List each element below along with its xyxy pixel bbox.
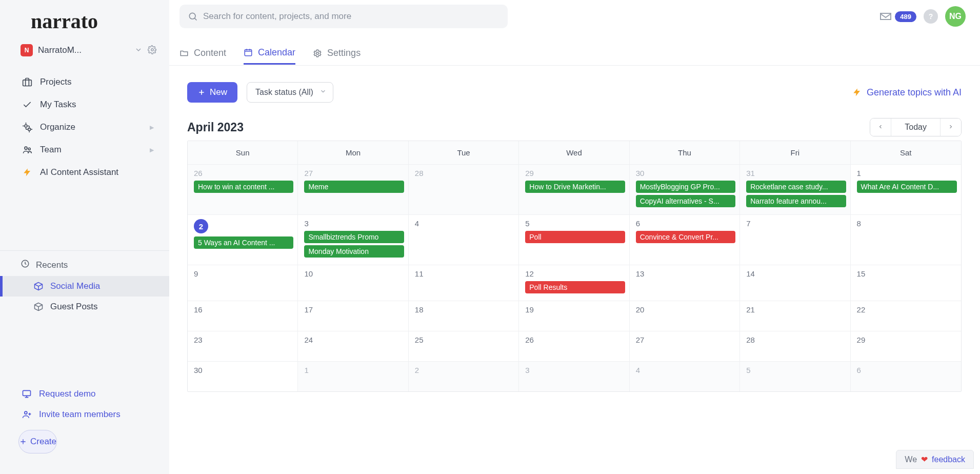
avatar[interactable]: NG [945, 6, 966, 27]
day-cell[interactable]: 28 [409, 165, 519, 214]
day-cell[interactable]: 4 [630, 362, 740, 391]
calendar-event[interactable]: Monday Motivation [304, 245, 404, 258]
dow-header: Tue [409, 141, 519, 164]
calendar-event[interactable]: Convince & Convert Pr... [636, 231, 735, 243]
calendar-event[interactable]: How to Drive Marketin... [525, 181, 625, 193]
notifications[interactable]: 489 [879, 10, 916, 23]
calendar-event[interactable]: How to win at content ... [194, 181, 293, 193]
day-cell[interactable]: 8 [851, 215, 961, 265]
day-cell[interactable]: 19 [519, 301, 629, 331]
month-title: April 2023 [187, 121, 244, 134]
day-cell[interactable]: 28 [740, 331, 850, 361]
gen-label: Generate topics with AI [867, 87, 962, 98]
invite-team-link[interactable]: Invite team members [0, 404, 169, 425]
dow-header: Sun [188, 141, 298, 164]
day-cell[interactable]: 3Smallbiztrends PromoMonday Motivation [298, 215, 408, 265]
day-number: 28 [415, 169, 514, 177]
day-cell[interactable]: 25 [409, 331, 519, 361]
day-number: 29 [857, 335, 957, 344]
tab-content[interactable]: Content [179, 43, 226, 64]
day-cell[interactable]: 6 [851, 362, 961, 391]
chevron-down-icon[interactable] [134, 46, 143, 55]
day-cell[interactable]: 17 [298, 301, 408, 331]
nav-team[interactable]: Team ▶ [0, 139, 169, 161]
day-cell[interactable]: 29 [851, 331, 961, 361]
calendar-event[interactable]: CopyAI alternatives - S... [636, 195, 735, 207]
recent-social-media[interactable]: Social Media [0, 276, 169, 297]
gear-icon[interactable] [148, 45, 157, 56]
calendar-event[interactable]: Poll Results [525, 281, 625, 293]
tab-calendar[interactable]: Calendar [244, 42, 295, 65]
day-cell[interactable]: 4 [409, 215, 519, 265]
day-cell[interactable]: 16 [188, 301, 298, 331]
help-button[interactable]: ? [924, 9, 938, 24]
day-cell[interactable]: 9 [188, 265, 298, 301]
day-cell[interactable]: 30MostlyBlogging GP Pro...CopyAI alterna… [630, 165, 740, 214]
day-cell[interactable]: 15 [851, 265, 961, 301]
day-cell[interactable]: 12Poll Results [519, 265, 629, 301]
new-button[interactable]: New [187, 82, 237, 103]
day-cell[interactable]: 29How to Drive Marketin... [519, 165, 629, 214]
day-number: 25 [415, 335, 514, 344]
search-box[interactable] [179, 5, 508, 28]
day-cell[interactable]: 26How to win at content ... [188, 165, 298, 214]
nav-projects[interactable]: Projects [0, 71, 169, 93]
workspace-selector[interactable]: N NarratoM... [0, 41, 169, 66]
logo: narrato [0, 0, 169, 41]
task-status-select[interactable]: Task status (All) [247, 82, 333, 103]
calendar-event[interactable]: 5 Ways an AI Content ... [194, 236, 293, 249]
day-cell[interactable]: 3 [519, 362, 629, 391]
day-cell[interactable]: 31Rocketlane case study...Narrato featur… [740, 165, 850, 214]
recent-guest-posts[interactable]: Guest Posts [0, 297, 169, 317]
day-cell[interactable]: 21 [740, 301, 850, 331]
nav-my-tasks[interactable]: My Tasks [0, 93, 169, 116]
calendar-event[interactable]: Poll [525, 231, 625, 243]
dow-header: Wed [519, 141, 629, 164]
day-cell[interactable]: 27Meme [298, 165, 408, 214]
day-cell[interactable]: 5Poll [519, 215, 629, 265]
next-month-button[interactable] [941, 118, 961, 136]
day-cell[interactable]: 13 [630, 265, 740, 301]
day-cell[interactable]: 5 [740, 362, 850, 391]
status-label: Task status (All) [255, 88, 313, 96]
feedback-pill[interactable]: We ❤ feedback [896, 450, 974, 469]
calendar-event[interactable]: Narrato feature annou... [746, 195, 846, 207]
generate-topics-link[interactable]: Generate topics with AI [852, 87, 962, 98]
gears-icon [22, 122, 33, 132]
day-cell[interactable]: 18 [409, 301, 519, 331]
today-button[interactable]: Today [891, 118, 941, 136]
day-cell[interactable]: 26 [519, 331, 629, 361]
day-cell[interactable]: 25 Ways an AI Content ... [188, 215, 298, 265]
day-cell[interactable]: 6Convince & Convert Pr... [630, 215, 740, 265]
day-cell[interactable]: 22 [851, 301, 961, 331]
calendar-event[interactable]: MostlyBlogging GP Pro... [636, 181, 735, 193]
day-cell[interactable]: 2 [409, 362, 519, 391]
request-demo-link[interactable]: Request demo [0, 384, 169, 404]
calendar-event[interactable]: What Are AI Content D... [857, 181, 957, 193]
calendar-grid: SunMonTueWedThuFriSat 26How to win at co… [187, 141, 962, 392]
search-input[interactable] [203, 11, 499, 22]
day-cell[interactable]: 1What Are AI Content D... [851, 165, 961, 214]
calendar-event[interactable]: Smallbiztrends Promo [304, 231, 404, 243]
day-number: 6 [636, 219, 735, 228]
day-cell[interactable]: 1 [298, 362, 408, 391]
day-cell[interactable]: 23 [188, 331, 298, 361]
tab-settings[interactable]: Settings [313, 43, 361, 64]
day-cell[interactable]: 14 [740, 265, 850, 301]
nav-organize[interactable]: Organize ▶ [0, 116, 169, 139]
create-button[interactable]: Create [18, 430, 57, 453]
nav-ai-assistant[interactable]: AI Content Assistant [0, 161, 169, 184]
day-cell[interactable]: 7 [740, 215, 850, 265]
day-cell[interactable]: 11 [409, 265, 519, 301]
day-cell[interactable]: 24 [298, 331, 408, 361]
day-cell[interactable]: 10 [298, 265, 408, 301]
calendar-event[interactable]: Rocketlane case study... [746, 181, 846, 193]
calendar-event[interactable]: Meme [304, 181, 404, 193]
day-number: 3 [304, 219, 404, 228]
day-cell[interactable]: 30 [188, 362, 298, 391]
day-cell[interactable]: 20 [630, 301, 740, 331]
day-cell[interactable]: 27 [630, 331, 740, 361]
cube-icon [34, 282, 43, 291]
briefcase-icon [22, 77, 33, 87]
prev-month-button[interactable] [870, 118, 891, 136]
